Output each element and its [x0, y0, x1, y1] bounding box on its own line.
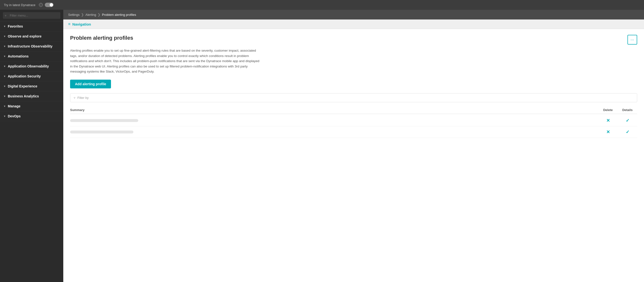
toggle-knob — [50, 3, 53, 7]
chevron-down-icon: ▾ — [4, 65, 5, 68]
navigation-header: ≡ Navigation — [63, 20, 644, 29]
add-alerting-profile-button[interactable]: Add alerting profile — [70, 80, 111, 88]
breadcrumb: Settings ❯ Alerting ❯ Problem alerting p… — [63, 10, 644, 20]
breadcrumb-separator: ❯ — [98, 13, 100, 17]
page-description: Alerting profiles enable you to set up f… — [70, 48, 260, 74]
info-icon[interactable]: ⓘ — [39, 3, 43, 7]
sidebar-item-label: Manage — [8, 104, 20, 108]
sidebar-item-automations[interactable]: ▾ Automations — [0, 51, 63, 61]
sidebar: ▿ ▾ Favorites ▾ Observe and explore ▾ In… — [0, 10, 63, 282]
sidebar-item-label: Application Security — [8, 74, 41, 78]
row-summary-col — [70, 131, 598, 133]
breadcrumb-current: Problem alerting profiles — [102, 13, 136, 17]
chevron-down-icon: ▾ — [4, 114, 5, 118]
delete-icon[interactable]: ✕ — [606, 129, 610, 135]
navigation-icon: ≡ — [68, 22, 70, 26]
col-header-summary: Summary — [70, 108, 598, 112]
sidebar-item-app-security[interactable]: ▾ Application Security — [0, 71, 63, 81]
row-details-col: ✓ — [618, 118, 637, 123]
sidebar-item-label: Observe and explore — [8, 34, 42, 38]
col-header-details: Details — [618, 108, 637, 112]
sidebar-item-app-observability[interactable]: ▾ Application Observability — [0, 61, 63, 71]
filter-menu-icon: ▿ — [5, 14, 6, 17]
details-chevron-icon[interactable]: ✓ — [626, 129, 630, 135]
sidebar-item-label: DevOps — [8, 114, 21, 118]
try-latest-label: Try in latest Dynatrace — [4, 3, 36, 7]
filter-menu-container: ▿ — [0, 10, 63, 22]
sidebar-item-label: Automations — [8, 54, 29, 58]
sidebar-item-infrastructure[interactable]: ▾ Infrastructure Observability — [0, 41, 63, 51]
filter-bar-icon: ▿ — [74, 96, 76, 100]
chevron-down-icon: ▾ — [4, 85, 5, 88]
sidebar-item-label: Digital Experience — [8, 84, 37, 88]
sidebar-item-label: Application Observability — [8, 64, 49, 68]
sidebar-item-manage[interactable]: ▾ Manage — [0, 101, 63, 111]
chevron-down-icon: ▾ — [4, 75, 5, 78]
sidebar-item-label: Business Analytics — [8, 94, 39, 98]
chevron-down-icon: ▾ — [4, 45, 5, 48]
chevron-down-icon: ▾ — [4, 105, 5, 108]
breadcrumb-settings[interactable]: Settings — [68, 13, 80, 17]
row-delete-col: ✕ — [598, 129, 618, 135]
chevron-down-icon: ▾ — [4, 55, 5, 58]
breadcrumb-separator: ❯ — [81, 13, 84, 17]
row-summary-placeholder — [70, 119, 138, 122]
row-delete-col: ✕ — [598, 118, 618, 123]
filter-menu-input[interactable] — [3, 12, 60, 19]
details-chevron-icon[interactable]: ✓ — [626, 118, 630, 123]
chevron-down-icon: ▾ — [4, 95, 5, 98]
sidebar-item-label: Infrastructure Observability — [8, 44, 52, 48]
sidebar-item-observe-explore[interactable]: ▾ Observe and explore — [0, 32, 63, 41]
delete-icon[interactable]: ✕ — [606, 118, 610, 123]
sidebar-item-business-analytics[interactable]: ▾ Business Analytics — [0, 91, 63, 101]
sidebar-item-label: Favorites — [8, 24, 23, 28]
sidebar-item-digital-experience[interactable]: ▾ Digital Experience — [0, 81, 63, 91]
table-header: Summary Delete Details — [70, 106, 637, 114]
table-row: ✕ ✓ — [70, 126, 637, 138]
table-row: ✕ ✓ — [70, 115, 637, 126]
navigation-title: Navigation — [72, 22, 91, 26]
sidebar-item-devops[interactable]: ▾ DevOps — [0, 111, 63, 121]
row-details-col: ✓ — [618, 129, 637, 135]
chevron-down-icon: ▾ — [4, 25, 5, 28]
more-options-button[interactable]: ··· — [628, 35, 637, 45]
filter-bar-placeholder: Filter by — [78, 96, 88, 100]
page-title-text: Problem alerting profiles — [70, 35, 133, 41]
top-bar: Try in latest Dynatrace ⓘ — [0, 0, 644, 10]
filter-menu-wrapper: ▿ — [3, 12, 60, 19]
main-layout: ▿ ▾ Favorites ▾ Observe and explore ▾ In… — [0, 10, 644, 282]
col-header-delete: Delete — [598, 108, 618, 112]
sidebar-item-favorites[interactable]: ▾ Favorites — [0, 22, 63, 32]
breadcrumb-alerting[interactable]: Alerting — [86, 13, 96, 17]
page-title-row: Problem alerting profiles ··· — [70, 35, 637, 45]
row-summary-placeholder — [70, 131, 134, 133]
row-summary-col — [70, 119, 598, 122]
toggle-switch[interactable] — [45, 3, 54, 7]
page-content: Problem alerting profiles ··· Alerting p… — [63, 29, 644, 282]
filter-bar[interactable]: ▿ Filter by — [70, 93, 637, 102]
chevron-down-icon: ▾ — [4, 35, 5, 38]
content-area: Settings ❯ Alerting ❯ Problem alerting p… — [63, 10, 644, 282]
